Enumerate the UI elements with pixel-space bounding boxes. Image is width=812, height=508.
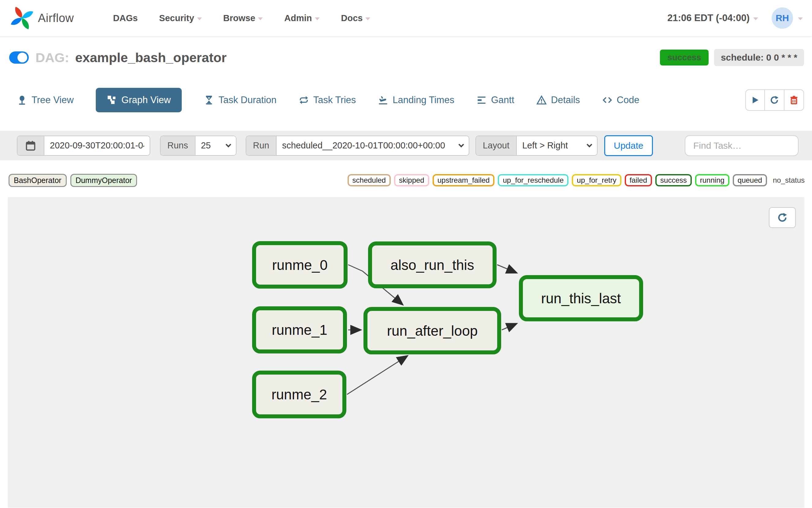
page-title: DAG: example_bash_operator	[36, 50, 227, 65]
run-label: Run	[246, 136, 277, 155]
status-badge-success[interactable]: success	[656, 174, 692, 186]
calendar-button[interactable]	[17, 136, 44, 155]
run-group: Run scheduled__2020-10-01T00:00:00+00:00	[246, 136, 469, 156]
dag-graph-canvas[interactable]: runme_0 also_run_this runme_1 run_after_…	[8, 197, 804, 508]
runs-select-value: 25	[201, 140, 211, 151]
tab-task-tries[interactable]: Task Tries	[299, 94, 356, 105]
nav-menu: DAGs Security Browse Admin Docs	[113, 13, 370, 23]
nav-item-label: DAGs	[113, 13, 138, 23]
no-status-label: no_status	[773, 176, 805, 184]
find-task-input[interactable]	[685, 135, 799, 156]
nav-item-browse[interactable]: Browse	[223, 13, 263, 23]
tab-details[interactable]: Details	[536, 94, 580, 105]
status-legend: scheduled skipped upstream_failed up_for…	[348, 174, 805, 186]
graph-refresh-button[interactable]	[769, 207, 796, 228]
task-node-runme-2[interactable]: runme_2	[252, 371, 346, 418]
status-badge-up-for-reschedule[interactable]: up_for_reschedule	[498, 174, 569, 186]
dag-pause-toggle[interactable]	[9, 51, 29, 64]
dag-label: DAG:	[36, 50, 69, 65]
details-icon	[536, 95, 547, 105]
caret-down-icon[interactable]	[798, 17, 803, 20]
caret-down-icon	[315, 17, 320, 20]
task-node-run-after-loop[interactable]: run_after_loop	[363, 307, 501, 354]
caret-down-icon	[753, 17, 758, 20]
tab-gantt[interactable]: Gantt	[477, 94, 514, 105]
tab-landing-times[interactable]: Landing Times	[378, 94, 454, 105]
base-date-input[interactable]	[50, 140, 144, 151]
layout-select[interactable]: Left > Right	[517, 136, 597, 155]
tab-graph-view[interactable]: Graph View	[96, 88, 182, 112]
base-date-group	[17, 136, 150, 156]
tab-label: Tree View	[32, 94, 74, 105]
tab-code[interactable]: Code	[602, 94, 639, 105]
run-select-value: scheduled__2020-10-01T00:00:00+00:00	[282, 140, 445, 151]
refresh-icon	[777, 212, 788, 223]
delete-dag-button[interactable]	[784, 89, 804, 111]
status-badge-running[interactable]: running	[695, 174, 729, 186]
tab-label: Graph View	[122, 94, 171, 105]
navbar-right: 21:06 EDT (-04:00) RH	[667, 7, 803, 29]
caret-down-icon	[197, 17, 202, 20]
status-badge-scheduled[interactable]: scheduled	[348, 174, 391, 186]
status-badge-upstream-failed[interactable]: upstream_failed	[433, 174, 495, 186]
caret-down-icon	[258, 17, 263, 20]
base-date-field	[44, 136, 150, 155]
layout-label: Layout	[476, 136, 517, 155]
gantt-icon	[477, 95, 487, 105]
nav-item-docs[interactable]: Docs	[341, 13, 370, 23]
tab-task-duration[interactable]: Task Duration	[204, 94, 277, 105]
tab-label: Details	[551, 94, 580, 105]
runs-select[interactable]: 25	[195, 136, 236, 155]
nav-item-label: Admin	[284, 13, 312, 23]
refresh-dag-button[interactable]	[765, 89, 784, 111]
plane-landing-icon	[378, 95, 388, 105]
nav-item-security[interactable]: Security	[159, 13, 201, 23]
airflow-logo-icon	[9, 5, 35, 31]
tab-label: Task Tries	[313, 94, 356, 105]
task-node-run-this-last[interactable]: run_this_last	[519, 275, 643, 321]
run-select[interactable]: scheduled__2020-10-01T00:00:00+00:00	[277, 136, 469, 155]
runs-label: Runs	[161, 136, 195, 155]
dag-header: DAG: example_bash_operator success sched…	[0, 46, 812, 69]
dag-name: example_bash_operator	[75, 50, 227, 65]
task-node-also-run-this[interactable]: also_run_this	[368, 242, 497, 288]
tab-label: Landing Times	[393, 94, 454, 105]
status-badge-failed[interactable]: failed	[625, 174, 652, 186]
chevron-down-icon	[458, 142, 464, 147]
tab-label: Gantt	[491, 94, 514, 105]
brand-title: Airflow	[38, 12, 74, 25]
timezone-selector[interactable]: 21:06 EDT (-04:00)	[667, 12, 758, 24]
task-node-runme-0[interactable]: runme_0	[252, 241, 348, 289]
tab-tree-view[interactable]: Tree View	[17, 94, 74, 105]
operator-legend: BashOperator DummyOperator	[9, 174, 137, 187]
schedule-badge: schedule: 0 0 * * *	[714, 49, 804, 66]
trash-icon	[789, 95, 799, 105]
runs-group: Runs 25	[160, 136, 236, 156]
status-badge-skipped[interactable]: skipped	[394, 174, 429, 186]
clock-text: 21:06 EDT (-04:00)	[667, 12, 750, 24]
nav-item-admin[interactable]: Admin	[284, 13, 319, 23]
chevron-down-icon	[587, 142, 592, 147]
code-icon	[602, 95, 613, 105]
header-badges: success schedule: 0 0 * * *	[660, 49, 804, 66]
graph-icon	[107, 95, 117, 105]
caret-down-icon	[365, 17, 370, 20]
status-badge-queued[interactable]: queued	[733, 174, 767, 186]
calendar-icon	[25, 140, 36, 152]
refresh-icon	[769, 95, 779, 105]
task-node-runme-1[interactable]: runme_1	[252, 306, 347, 353]
play-icon	[750, 95, 760, 105]
hourglass-icon	[204, 95, 214, 105]
tab-label: Code	[617, 94, 639, 105]
status-badge-up-for-retry[interactable]: up_for_retry	[572, 174, 621, 186]
repeat-icon	[299, 95, 309, 105]
operator-badge-bashoperator: BashOperator	[9, 174, 67, 187]
update-button[interactable]: Update	[604, 135, 653, 156]
toggle-knob	[17, 53, 27, 62]
nav-item-label: Security	[159, 13, 194, 23]
user-avatar[interactable]: RH	[772, 7, 793, 29]
nav-item-dags[interactable]: DAGs	[113, 13, 138, 23]
operator-badge-dummyoperator: DummyOperator	[71, 174, 137, 187]
trigger-dag-button[interactable]	[745, 89, 765, 111]
brand[interactable]: Airflow	[9, 5, 74, 31]
